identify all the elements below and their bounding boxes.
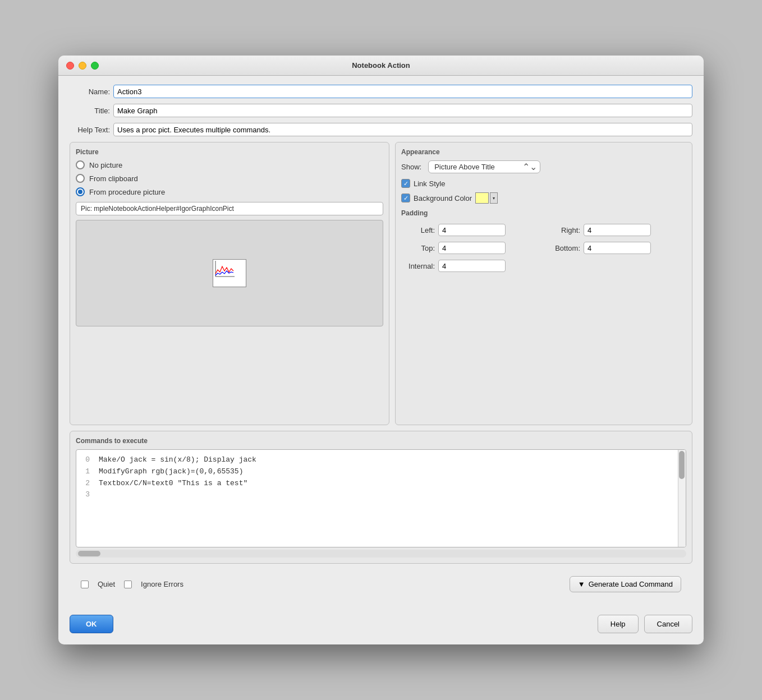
h-scroll-thumb[interactable] <box>78 551 100 556</box>
commands-section: Commands to execute 0 Make/O jack = sin(… <box>70 431 692 564</box>
checkmark-icon-2: ✓ <box>403 195 408 201</box>
quiet-label: Quiet <box>98 580 115 588</box>
radio-dot <box>78 190 82 194</box>
dialog-content: Name: Title: Help Text: Picture No pictu… <box>58 76 704 608</box>
padding-section: Padding Left: Right: Top: <box>401 209 686 272</box>
quiet-checkbox[interactable] <box>81 581 89 588</box>
color-swatch[interactable] <box>475 192 489 204</box>
radio-no-picture-label: No picture <box>89 161 122 169</box>
top-label: Top: <box>401 244 435 252</box>
pic-field[interactable]: Pic: mpleNotebookActionHelper#IgorGraphI… <box>76 202 383 215</box>
title-input[interactable] <box>113 104 692 117</box>
line-code-1: ModifyGraph rgb(jack)=(0,0,65535) <box>99 466 243 478</box>
bg-color-label: Background Color <box>414 194 472 202</box>
name-row: Name: <box>70 85 692 98</box>
commands-editor[interactable]: 0 Make/O jack = sin(x/8); Display jack 1… <box>76 449 686 547</box>
link-style-checkbox[interactable]: ✓ <box>401 179 410 188</box>
vertical-scrollbar[interactable] <box>678 450 686 547</box>
picture-radio-group: No picture From clipboard From procedure… <box>76 160 383 196</box>
internal-input[interactable] <box>438 260 506 272</box>
line-code-0: Make/O jack = sin(x/8); Display jack <box>99 454 256 466</box>
show-row: Show: Picture Above Title Picture Only T… <box>401 160 686 173</box>
help-label: Help Text: <box>70 126 110 134</box>
appearance-panel: Appearance Show: Picture Above Title Pic… <box>395 142 692 425</box>
top-input[interactable] <box>438 242 506 254</box>
minimize-button[interactable] <box>79 62 86 70</box>
link-style-row: ✓ Link Style <box>401 179 686 188</box>
link-style-label: Link Style <box>414 179 445 188</box>
close-button[interactable] <box>66 62 74 70</box>
line-num-2: 2 <box>81 478 90 490</box>
help-row: Help Text: <box>70 123 692 136</box>
left-padding-row: Left: <box>401 224 541 236</box>
radio-procedure[interactable] <box>76 187 85 196</box>
radio-clipboard-label: From clipboard <box>89 174 138 183</box>
radio-clipboard-row[interactable]: From clipboard <box>76 174 383 183</box>
horizontal-scrollbar[interactable] <box>76 550 686 558</box>
padding-grid: Left: Right: Top: Bottom: <box>401 224 686 254</box>
help-input[interactable] <box>113 123 692 136</box>
radio-clipboard[interactable] <box>76 174 85 183</box>
internal-label: Internal: <box>401 262 435 270</box>
title-label: Title: <box>70 107 110 115</box>
name-label: Name: <box>70 88 110 96</box>
generate-load-button[interactable]: ▼ Generate Load Command <box>570 576 681 592</box>
radio-procedure-label: From procedure picture <box>89 188 165 196</box>
show-select-wrapper: Picture Above Title Picture Only Title O… <box>428 160 540 173</box>
commands-title: Commands to execute <box>76 437 686 445</box>
scrollbar-thumb[interactable] <box>679 451 685 479</box>
appearance-panel-title: Appearance <box>401 148 686 156</box>
title-bar: Notebook Action <box>58 56 704 76</box>
right-label: Right: <box>547 226 580 234</box>
color-dropdown-button[interactable]: ▾ <box>490 192 498 204</box>
command-line-2: 2 Textbox/C/N=text0 "This is a test" <box>81 478 681 490</box>
radio-no-picture-row[interactable]: No picture <box>76 160 383 169</box>
gen-button-label: Generate Load Command <box>589 580 673 588</box>
pic-field-value: mpleNotebookActionHelper#IgorGraphIconPi… <box>94 205 233 213</box>
pic-preview <box>76 220 383 326</box>
command-line-3: 3 <box>81 489 681 501</box>
two-panel: Picture No picture From clipboard <box>70 142 692 425</box>
command-line-0: 0 Make/O jack = sin(x/8); Display jack <box>81 454 681 466</box>
color-swatch-wrapper: ▾ <box>475 192 498 204</box>
checkmark-icon: ✓ <box>403 181 408 187</box>
cancel-button[interactable]: Cancel <box>644 615 692 633</box>
name-input[interactable] <box>113 85 692 98</box>
title-row: Title: <box>70 104 692 117</box>
line-num-1: 1 <box>81 466 90 478</box>
left-input[interactable] <box>438 224 506 236</box>
padding-title: Padding <box>401 209 686 217</box>
right-input[interactable] <box>584 224 651 236</box>
top-padding-row: Top: <box>401 242 541 254</box>
gen-button-arrow: ▼ <box>578 580 585 588</box>
bg-color-row: ✓ Background Color ▾ <box>401 192 686 204</box>
show-select[interactable]: Picture Above Title Picture Only Title O… <box>428 160 540 173</box>
radio-no-picture[interactable] <box>76 160 85 169</box>
window-title: Notebook Action <box>352 61 410 70</box>
picture-panel-title: Picture <box>76 148 383 156</box>
radio-procedure-row[interactable]: From procedure picture <box>76 187 383 196</box>
bottom-padding-row: Bottom: <box>547 242 686 254</box>
bg-color-checkbox[interactable]: ✓ <box>401 194 410 202</box>
traffic-lights <box>66 62 99 70</box>
ignore-errors-checkbox[interactable] <box>124 581 132 588</box>
bottom-bar: Quiet Ignore Errors ▼ Generate Load Comm… <box>70 569 692 599</box>
line-num-0: 0 <box>81 454 90 466</box>
help-button[interactable]: Help <box>598 615 639 633</box>
show-label: Show: <box>401 163 421 171</box>
left-label: Left: <box>401 226 435 234</box>
graph-preview <box>213 259 246 287</box>
ok-button[interactable]: OK <box>70 615 113 633</box>
internal-padding-row: Internal: <box>401 260 686 272</box>
line-num-3: 3 <box>81 489 90 501</box>
notebook-action-dialog: Notebook Action Name: Title: Help Text: … <box>58 56 704 644</box>
line-code-2: Textbox/C/N=text0 "This is a test" <box>99 478 247 490</box>
command-line-1: 1 ModifyGraph rgb(jack)=(0,0,65535) <box>81 466 681 478</box>
maximize-button[interactable] <box>91 62 99 70</box>
bottom-input[interactable] <box>584 242 651 254</box>
ignore-errors-label: Ignore Errors <box>141 580 183 588</box>
picture-panel: Picture No picture From clipboard <box>70 142 389 425</box>
bottom-label: Bottom: <box>547 244 580 252</box>
right-padding-row: Right: <box>547 224 686 236</box>
pic-field-label: Pic: <box>81 205 92 213</box>
